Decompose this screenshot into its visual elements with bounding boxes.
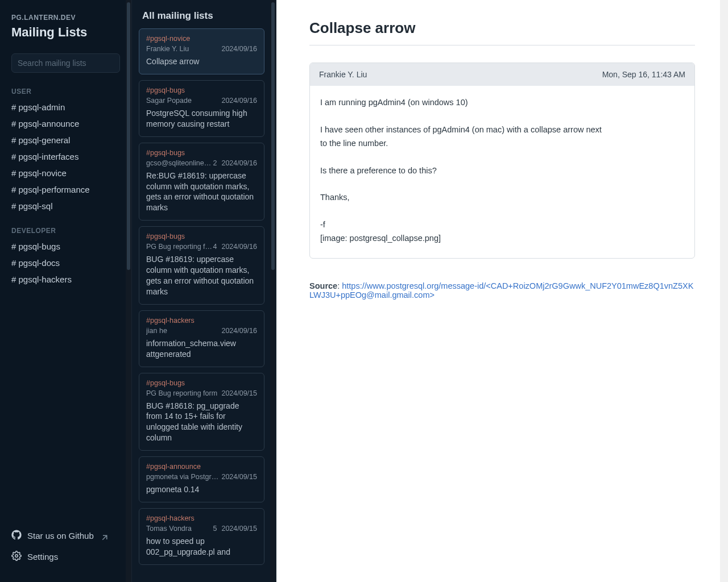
main-pane: Collapse arrow Frankie Y. Liu Mon, Sep 1…	[276, 0, 728, 582]
page-title: Mailing Lists	[11, 25, 120, 40]
thread-meta: jian he2024/09/16	[146, 327, 257, 335]
svg-point-2	[15, 555, 18, 558]
thread-count: 2	[213, 159, 217, 167]
gear-icon	[11, 551, 22, 563]
settings-link[interactable]: Settings	[11, 546, 120, 567]
thread-count: 4	[213, 243, 217, 251]
thread-subject: Collapse arrow	[146, 56, 257, 67]
thread-date: 2024/09/16	[221, 159, 257, 167]
external-link-icon	[100, 533, 106, 539]
thread-tag: #pgsql-bugs	[146, 86, 257, 94]
thread-from: jian he	[146, 327, 167, 335]
sidebar-item[interactable]: # pgsql-announce	[0, 115, 131, 132]
thread-subject: pgmoneta 0.14	[146, 484, 257, 495]
sidebar-item[interactable]: # pgsql-admin	[0, 99, 131, 115]
threads-scrollbar[interactable]	[270, 0, 276, 582]
thread-date: 2024/09/16	[221, 97, 257, 105]
thread-date: 2024/09/15	[221, 525, 257, 533]
search-input[interactable]	[18, 59, 117, 68]
thread-card[interactable]: #pgsql-hackersjian he2024/09/16informati…	[139, 310, 264, 367]
thread-from: pgmoneta via PostgreSQL Announce	[146, 473, 220, 481]
sidebar-item[interactable]: # pgsql-docs	[0, 255, 131, 271]
thread-card[interactable]: #pgsql-bugsPG Bug reporting form42024/09…	[139, 226, 264, 305]
thread-right: 42024/09/16	[213, 243, 257, 251]
thread-subject: Re:BUG #18619: uppercase column with quo…	[146, 171, 257, 214]
message-date: Mon, Sep 16, 11:43 AM	[602, 70, 685, 79]
sidebar-item[interactable]: # pgsql-performance	[0, 181, 131, 198]
search-wrap	[0, 48, 131, 83]
github-icon	[11, 530, 22, 542]
source-line: Source: https://www.postgresql.org/messa…	[309, 281, 695, 300]
thread-right: 2024/09/16	[221, 45, 257, 53]
thread-right: 2024/09/15	[221, 389, 257, 397]
source-label: Source	[309, 281, 337, 290]
sidebar-scrollbar[interactable]	[126, 0, 131, 582]
brand-block: PG.LANTERN.DEV Mailing Lists	[0, 14, 131, 48]
thread-date: 2024/09/16	[221, 243, 257, 251]
thread-tag: #pgsql-announce	[146, 463, 257, 471]
thread-right: 2024/09/16	[221, 327, 257, 335]
thread-date: 2024/09/15	[221, 473, 257, 481]
thread-tag: #pgsql-bugs	[146, 379, 257, 387]
thread-card[interactable]: #pgsql-bugsgcso@sqliteonline.com22024/09…	[139, 143, 264, 221]
thread-right: 2024/09/15	[221, 473, 257, 481]
thread-card[interactable]: #pgsql-announcepgmoneta via PostgreSQL A…	[139, 456, 264, 502]
search-box[interactable]	[11, 53, 120, 73]
message-card: Frankie Y. Liu Mon, Sep 16, 11:43 AM I a…	[309, 63, 695, 259]
main-scrollbar[interactable]	[720, 0, 728, 582]
nav-section-label: DEVELOPER	[0, 222, 131, 237]
thread-meta: pgmoneta via PostgreSQL Announce2024/09/…	[146, 473, 257, 481]
settings-label: Settings	[27, 552, 58, 562]
message-body: I am running pgAdmin4 (on windows 10) I …	[310, 86, 694, 258]
thread-meta: Frankie Y. Liu2024/09/16	[146, 45, 257, 53]
github-link[interactable]: Star us on Github	[11, 525, 120, 546]
thread-card[interactable]: #pgsql-bugsSagar Popade2024/09/16Postgre…	[139, 80, 264, 137]
thread-right: 2024/09/16	[221, 97, 257, 105]
thread-tag: #pgsql-hackers	[146, 317, 257, 325]
thread-meta: Sagar Popade2024/09/16	[146, 97, 257, 105]
sidebar-item[interactable]: # pgsql-general	[0, 132, 131, 148]
sidebar-item[interactable]: # pgsql-interfaces	[0, 148, 131, 165]
threads-header: All mailing lists	[132, 10, 276, 27]
sidebar-item[interactable]: # pgsql-novice	[0, 165, 131, 181]
thread-from: Tomas Vondra	[146, 525, 192, 533]
thread-subject: BUG #18619: uppercase column with quotat…	[146, 254, 257, 297]
thread-right: 52024/09/15	[213, 525, 257, 533]
thread-meta: gcso@sqliteonline.com22024/09/16	[146, 159, 257, 167]
thread-right: 22024/09/16	[213, 159, 257, 167]
thread-card[interactable]: #pgsql-bugsPG Bug reporting form2024/09/…	[139, 373, 264, 451]
thread-tag: #pgsql-bugs	[146, 149, 257, 157]
message-header: Frankie Y. Liu Mon, Sep 16, 11:43 AM	[310, 63, 694, 86]
thread-subject: how to speed up 002_pg_upgrade.pl and	[146, 536, 257, 558]
thread-tag: #pgsql-hackers	[146, 514, 257, 522]
sidebar-footer: Star us on Github Settings	[0, 525, 131, 572]
thread-from: Sagar Popade	[146, 97, 192, 105]
thread-meta: Tomas Vondra52024/09/15	[146, 525, 257, 533]
source-link[interactable]: https://www.postgresql.org/message-id/<C…	[309, 281, 693, 300]
thread-card[interactable]: #pgsql-hackersTomas Vondra52024/09/15how…	[139, 508, 264, 565]
sidebar-item[interactable]: # pgsql-hackers	[0, 271, 131, 288]
thread-column: All mailing lists #pgsql-noviceFrankie Y…	[132, 0, 276, 582]
thread-subject: BUG #18618: pg_upgrade from 14 to 15+ fa…	[146, 401, 257, 444]
thread-tag: #pgsql-bugs	[146, 232, 257, 240]
nav-section-label: USER	[0, 83, 131, 98]
thread-count: 5	[213, 525, 217, 533]
thread-from: gcso@sqliteonline.com	[146, 159, 213, 167]
thread-from: PG Bug reporting form	[146, 389, 217, 397]
thread-title: Collapse arrow	[309, 19, 695, 45]
thread-tag: #pgsql-novice	[146, 35, 257, 43]
thread-date: 2024/09/15	[221, 389, 257, 397]
thread-card[interactable]: #pgsql-noviceFrankie Y. Liu2024/09/16Col…	[139, 28, 264, 74]
github-label: Star us on Github	[27, 531, 94, 541]
thread-meta: PG Bug reporting form2024/09/15	[146, 389, 257, 397]
thread-meta: PG Bug reporting form42024/09/16	[146, 243, 257, 251]
site-name: PG.LANTERN.DEV	[11, 14, 120, 22]
sidebar-item[interactable]: # pgsql-bugs	[0, 238, 131, 255]
message-from: Frankie Y. Liu	[319, 70, 367, 79]
sidebar: PG.LANTERN.DEV Mailing Lists USER# pgsql…	[0, 0, 132, 582]
sidebar-item[interactable]: # pgsql-sql	[0, 198, 131, 214]
thread-date: 2024/09/16	[221, 327, 257, 335]
thread-from: PG Bug reporting form	[146, 243, 213, 251]
thread-subject: PostgreSQL consuming high memory causing…	[146, 108, 257, 130]
thread-from: Frankie Y. Liu	[146, 45, 189, 53]
